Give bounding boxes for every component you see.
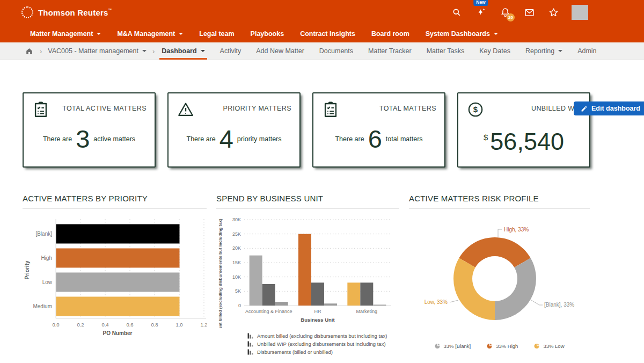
spend-chart-legend: Amount billed (excluding disbursements b… [247, 332, 399, 355]
chevron-down-icon [179, 33, 183, 35]
trademark: ™ [108, 8, 112, 12]
warning-triangle-icon [177, 100, 195, 119]
svg-text:0.6: 0.6 [126, 322, 133, 328]
tab-documents[interactable]: Documents [319, 42, 353, 60]
user-avatar[interactable] [572, 5, 588, 20]
bar-chart-icon [247, 340, 254, 347]
svg-text:Marketing: Marketing [356, 309, 378, 314]
stat-number: 3 [76, 126, 90, 151]
home-icon[interactable] [25, 47, 34, 56]
nav-item-contract-insights[interactable]: Contract Insights [300, 30, 355, 38]
stat-number: 4 [219, 126, 233, 151]
svg-text:0.0: 0.0 [52, 322, 59, 328]
stat-card-unbilled-wip: $ UNBILLED WIP $ 56,540 [457, 92, 590, 168]
svg-text:0.2: 0.2 [77, 322, 84, 328]
nav-item-matter-management[interactable]: Matter Management [30, 30, 101, 38]
stat-card-total-active-matters: TOTAL ACTIVE MATTERS There are 3 active … [23, 92, 156, 168]
legend-item-blank[interactable]: 33% [Blank] [435, 343, 471, 349]
nav-item-playbooks[interactable]: Playbooks [251, 30, 284, 38]
new-badge: New [473, 0, 488, 6]
chart-title: SPEND BY BUSINESS UNIT [216, 194, 399, 203]
tab-admin[interactable]: Admin [577, 42, 596, 60]
svg-text:1.2: 1.2 [200, 322, 207, 328]
breadcrumb-separator: › [152, 47, 155, 55]
divider [409, 208, 590, 209]
ai-sparkle-icon[interactable]: New [475, 6, 487, 18]
clipboard-check-icon [32, 100, 50, 119]
stat-card-title: TOTAL MATTERS [379, 105, 436, 112]
svg-text:0: 0 [238, 303, 241, 308]
svg-text:High, 33%: High, 33% [504, 227, 529, 233]
thomson-reuters-logo[interactable]: Thomson Reuters™ [21, 6, 112, 18]
legend-item-amount-billed[interactable]: Amount billed (excluding disbursements b… [247, 332, 399, 339]
stat-card-value: $ 56,540 [466, 129, 581, 154]
nav-item-board-room[interactable]: Board room [371, 30, 409, 38]
divider [23, 208, 207, 209]
stat-card-priority-matters: PRIORITY MATTERS There are 4 priority ma… [167, 92, 301, 168]
pie-icon [487, 343, 493, 349]
tab-reporting[interactable]: Reporting [525, 42, 562, 60]
svg-text:Low: Low [42, 279, 53, 285]
notification-count-badge: 20 [507, 13, 515, 21]
svg-text:30K: 30K [232, 217, 241, 222]
legend-item-low[interactable]: 33% Low [534, 343, 564, 349]
tab-matter-tasks[interactable]: Matter Tasks [427, 42, 465, 60]
dashboard-content: Edit dashboard TOTAL ACTIVE MATTERS Ther… [0, 92, 644, 355]
chart-active-matters-by-priority: ACTIVE MATTERS BY PRIORITY [Blank]HighLo… [23, 194, 207, 355]
chevron-down-icon [97, 33, 101, 35]
svg-text:5K: 5K [235, 288, 241, 294]
legend-item-disbursements[interactable]: Disbursements (billed or unbilled) [247, 349, 399, 355]
svg-text:High: High [41, 255, 52, 261]
risk-chart-legend: 33% [Blank] 33% High 33% Low [409, 343, 590, 349]
tab-key-dates[interactable]: Key Dates [479, 42, 510, 60]
edit-dashboard-button[interactable]: Edit dashboard [574, 101, 644, 115]
svg-text:25K: 25K [232, 231, 241, 237]
svg-text:Medium: Medium [33, 303, 52, 309]
legend-item-high[interactable]: 33% High [487, 343, 518, 349]
dollar-circle-icon: $ [466, 100, 485, 119]
favorites-star-icon[interactable] [547, 6, 559, 18]
tab-activity[interactable]: Activity [220, 42, 241, 60]
stat-card-total-matters: TOTAL MATTERS There are 6 total matters [312, 92, 445, 168]
breadcrumb-matter[interactable]: VAC005 - Matter management [48, 47, 147, 55]
risk-donut-chart: High, 33%[Blank], 33%Low, 33% [409, 214, 590, 333]
svg-text:Low, 33%: Low, 33% [425, 299, 448, 305]
charts-row: ACTIVE MATTERS BY PRIORITY [Blank]HighLo… [23, 194, 644, 355]
svg-text:0.8: 0.8 [151, 322, 158, 328]
tab-matter-tracker[interactable]: Matter Tracker [368, 42, 412, 60]
chart-title: ACTIVE MATTERS RISK PROFILE [409, 194, 590, 203]
tab-dashboard[interactable]: Dashboard [162, 42, 204, 60]
chevron-down-icon [494, 33, 498, 35]
legend-item-unbilled-wip[interactable]: Unbilled WIP (excluding disbursements bu… [247, 340, 399, 347]
tr-kinesis-icon [21, 6, 33, 18]
chevron-down-icon [558, 50, 562, 52]
nav-item-legal-team[interactable]: Legal team [199, 30, 234, 38]
stat-card-title: TOTAL ACTIVE MATTERS [62, 105, 147, 112]
breadcrumb: › VAC005 - Matter management › Dashboard… [0, 42, 644, 60]
nav-item-ma-management[interactable]: M&A Management [117, 30, 183, 38]
chart-title: ACTIVE MATTERS BY PRIORITY [23, 194, 207, 203]
svg-text:Business Unit: Business Unit [301, 317, 335, 323]
header-actions: New 20 [451, 5, 644, 20]
chevron-down-icon [201, 50, 205, 52]
stat-card-value: There are 4 priority matters [177, 126, 291, 151]
currency-symbol: $ [484, 133, 488, 142]
svg-text:HR: HR [314, 309, 321, 314]
stat-card-value: There are 3 active matters [32, 126, 147, 151]
mail-icon[interactable] [523, 6, 535, 18]
stat-card-title: PRIORITY MATTERS [223, 105, 291, 112]
search-icon[interactable] [451, 6, 463, 18]
pencil-icon [581, 105, 588, 112]
priority-bar-chart: [Blank]HighLowMedium0.00.20.40.60.81.01.… [23, 214, 207, 342]
module-nav: Matter Management M&A Management Legal t… [0, 25, 644, 42]
svg-text:Accounting & Finance: Accounting & Finance [245, 309, 292, 314]
svg-text:Priority: Priority [24, 260, 30, 279]
chart-spend-by-business-unit: SPEND BY BUSINESS UNIT 05K10K15K20K25K30… [216, 194, 399, 355]
bar-chart-icon [247, 332, 254, 339]
tab-add-new-matter[interactable]: Add New Matter [256, 42, 304, 60]
svg-text:15K: 15K [232, 260, 241, 265]
svg-text:Amount billed (excluding disbu: Amount billed (excluding disbursements b… [218, 219, 223, 328]
notifications-bell-icon[interactable]: 20 [499, 6, 511, 18]
svg-text:20K: 20K [232, 245, 241, 251]
nav-item-system-dashboards[interactable]: System Dashboards [426, 30, 498, 38]
